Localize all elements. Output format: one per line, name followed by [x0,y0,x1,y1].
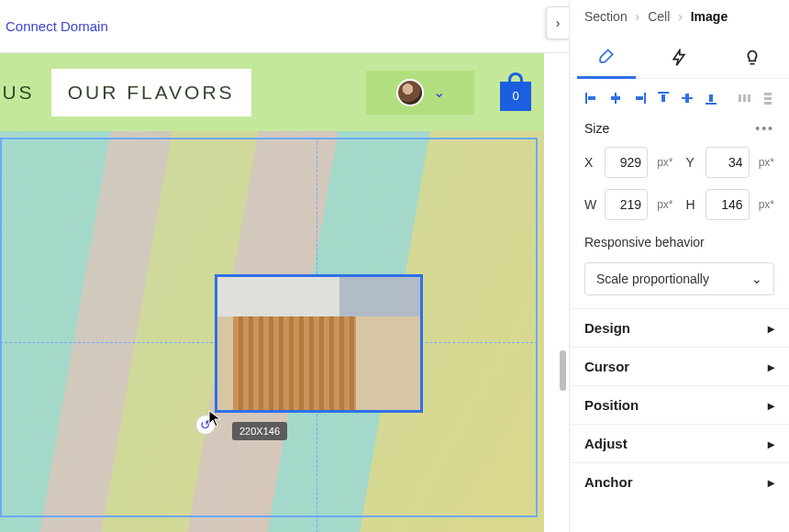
rotate-icon: ↺ [200,417,211,432]
rotate-handle[interactable]: ↺ [195,415,216,435]
cart-count: 0 [500,82,531,111]
site-nav: UT US OUR FLAVORS ⌄ 0 [0,53,544,131]
svg-rect-4 [644,93,646,104]
responsive-label: Responsive behavior [570,226,789,255]
svg-rect-5 [636,96,643,100]
accordion-label: Adjust [584,436,628,451]
w-unit: px* [657,198,672,211]
chevron-right-icon: ▸ [768,398,774,413]
w-input[interactable]: 219 [605,189,648,220]
chevron-down-icon: ⌄ [751,272,762,286]
bag-icon [508,72,523,82]
svg-rect-9 [685,94,689,103]
h-unit: px* [759,198,774,211]
responsive-select[interactable]: Scale proportionally ⌄ [584,262,774,295]
avatar [396,79,424,106]
accordion-anchor[interactable]: Anchor ▸ [570,462,789,501]
align-left-button[interactable] [584,90,599,106]
chevron-right-icon: ▸ [768,475,774,490]
h-input[interactable]: 146 [706,189,749,220]
svg-rect-1 [588,96,595,100]
breadcrumb-sep: › [673,9,687,24]
align-right-button[interactable] [632,90,647,106]
breadcrumb-cell[interactable]: Cell [648,9,670,24]
x-value: 929 [620,155,641,170]
h-label: H [686,197,699,212]
align-top-button[interactable] [656,90,671,106]
chevron-down-icon: ⌄ [433,83,445,101]
nav-item-flavors[interactable]: OUR FLAVORS [51,69,251,116]
top-bar: Connect Domain [0,0,569,53]
align-vcenter-button[interactable] [680,90,695,106]
align-hcenter-button[interactable] [608,90,623,106]
distribute-h-button[interactable] [737,90,751,106]
scrollbar-thumb[interactable] [560,350,566,391]
svg-rect-0 [585,93,587,104]
dimension-badge: 220X146 [232,422,287,440]
size-label: Size [584,121,609,136]
x-input[interactable]: 929 [605,147,648,178]
panel-collapse-button[interactable]: › [546,6,570,39]
svg-rect-16 [764,97,772,100]
chevron-right-icon: ▸ [768,437,774,451]
svg-rect-6 [658,92,669,94]
tab-actions[interactable] [650,37,708,79]
breadcrumb-section[interactable]: Section [584,9,628,24]
accordion-label: Position [584,397,639,413]
x-label: X [584,155,597,170]
y-unit: px* [759,156,774,169]
size-more-button[interactable]: ••• [755,121,774,136]
accordion-adjust[interactable]: Adjust ▸ [570,424,789,462]
svg-rect-17 [764,102,772,105]
bulb-icon [743,49,761,67]
inspector-panel: Section › Cell › Image Size ••• X 929 [569,0,789,532]
breadcrumb-image: Image [691,9,728,24]
cart-button[interactable]: 0 [500,74,531,111]
tab-ideas[interactable] [723,37,782,79]
accordion-cursor[interactable]: Cursor ▸ [570,347,789,385]
svg-rect-13 [743,94,746,102]
bolt-icon [670,49,688,67]
svg-rect-12 [739,94,741,102]
editor-canvas[interactable]: Connect Domain UT US OUR FLAVORS ⌄ 0 ↺ 2… [0,0,569,532]
chevron-right-icon: ▸ [768,360,774,374]
y-input[interactable]: 34 [706,147,749,178]
tab-design[interactable] [577,37,636,79]
accordion-label: Anchor [584,474,633,490]
svg-rect-15 [764,93,772,95]
panel-tabs [570,37,789,79]
w-value: 219 [620,197,641,212]
nav-item-about[interactable]: UT US [0,82,35,104]
accordion-design[interactable]: Design ▸ [570,308,789,347]
accordion-label: Cursor [584,359,629,374]
svg-rect-14 [748,94,750,102]
breadcrumb: Section › Cell › Image [570,0,789,37]
responsive-value: Scale proportionally [596,272,709,286]
y-value: 34 [728,155,743,170]
selected-image[interactable] [215,274,423,413]
svg-rect-7 [661,94,665,102]
distribute-v-button[interactable] [761,90,775,106]
x-unit: px* [657,156,672,169]
h-value: 146 [721,197,742,212]
svg-rect-10 [706,103,717,105]
connect-domain-link[interactable]: Connect Domain [6,18,108,34]
chevron-right-icon: › [556,16,561,30]
align-toolbar [570,79,789,114]
align-bottom-button[interactable] [704,90,718,106]
breadcrumb-sep: › [631,9,645,24]
w-label: W [584,197,597,212]
chevron-right-icon: ▸ [768,321,774,336]
svg-rect-3 [611,96,620,100]
y-label: Y [686,155,699,170]
accordion-position[interactable]: Position ▸ [570,385,789,424]
brush-icon [597,47,616,65]
svg-rect-11 [709,94,713,102]
accordion-label: Design [584,320,630,336]
profile-dropdown[interactable]: ⌄ [366,71,474,115]
